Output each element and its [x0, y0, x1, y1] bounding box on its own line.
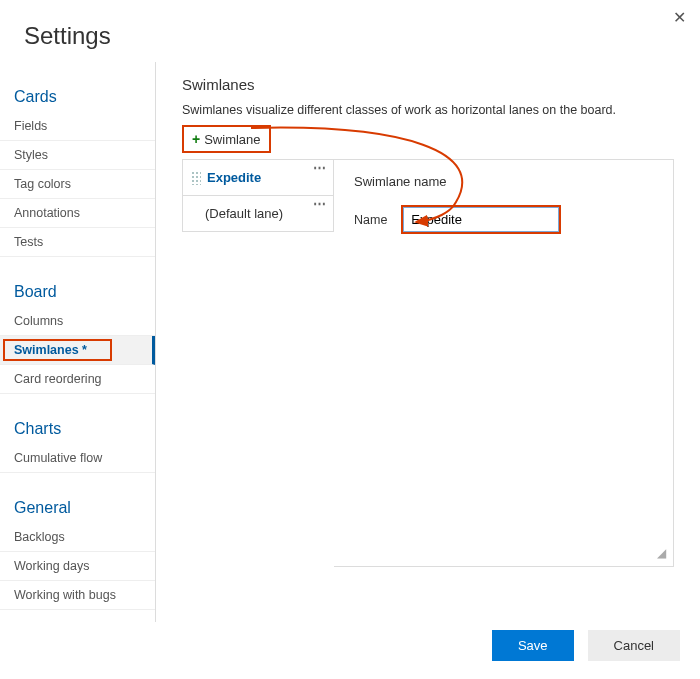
- swimlane-item-default[interactable]: (Default lane) ⋯: [182, 196, 334, 232]
- swimlane-list: Expedite ⋯ (Default lane) ⋯: [182, 159, 334, 232]
- sidebar-item-tests[interactable]: Tests: [0, 228, 155, 257]
- add-swimlane-button[interactable]: + Swimlane: [182, 125, 271, 153]
- section-board: Board: [0, 279, 155, 307]
- drag-handle-icon[interactable]: [191, 171, 201, 185]
- section-cards: Cards: [0, 84, 155, 112]
- more-icon[interactable]: ⋯: [313, 160, 327, 175]
- cancel-button[interactable]: Cancel: [588, 630, 680, 661]
- sidebar-item-tag-colors[interactable]: Tag colors: [0, 170, 155, 199]
- section-general: General: [0, 495, 155, 523]
- swimlane-detail-pane: Swimlane name Name ◢: [334, 159, 674, 567]
- settings-main: Swimlanes Swimlanes visualize different …: [156, 62, 700, 622]
- swimlane-item-expedite[interactable]: Expedite ⋯: [182, 159, 334, 196]
- page-description: Swimlanes visualize different classes of…: [182, 103, 674, 117]
- sidebar-item-annotations[interactable]: Annotations: [0, 199, 155, 228]
- section-charts: Charts: [0, 416, 155, 444]
- sidebar-item-card-reordering[interactable]: Card reordering: [0, 365, 155, 394]
- close-button[interactable]: ✕: [669, 6, 690, 30]
- sidebar-item-styles[interactable]: Styles: [0, 141, 155, 170]
- dialog-title: Settings: [0, 0, 700, 62]
- sidebar-item-cumulative-flow[interactable]: Cumulative flow: [0, 444, 155, 473]
- save-button[interactable]: Save: [492, 630, 574, 661]
- swimlane-item-label: Expedite: [207, 170, 261, 185]
- sidebar-item-working-with-bugs[interactable]: Working with bugs: [0, 581, 155, 610]
- sidebar-item-columns[interactable]: Columns: [0, 307, 155, 336]
- plus-icon: +: [192, 131, 200, 147]
- settings-sidebar: Cards Fields Styles Tag colors Annotatio…: [0, 62, 156, 622]
- page-title: Swimlanes: [182, 76, 674, 93]
- resize-grip-icon[interactable]: ◢: [657, 550, 669, 562]
- dialog-body: Cards Fields Styles Tag colors Annotatio…: [0, 62, 700, 622]
- sidebar-item-working-days[interactable]: Working days: [0, 552, 155, 581]
- detail-heading: Swimlane name: [354, 174, 653, 189]
- dialog-footer: Save Cancel: [492, 630, 680, 661]
- sidebar-item-backlogs[interactable]: Backlogs: [0, 523, 155, 552]
- name-label: Name: [354, 213, 387, 227]
- more-icon[interactable]: ⋯: [313, 196, 327, 211]
- swimlane-item-label: (Default lane): [205, 206, 283, 221]
- swimlane-name-input[interactable]: [401, 205, 561, 234]
- sidebar-item-fields[interactable]: Fields: [0, 112, 155, 141]
- sidebar-item-swimlanes[interactable]: Swimlanes *: [0, 336, 155, 365]
- add-swimlane-label: Swimlane: [204, 132, 260, 147]
